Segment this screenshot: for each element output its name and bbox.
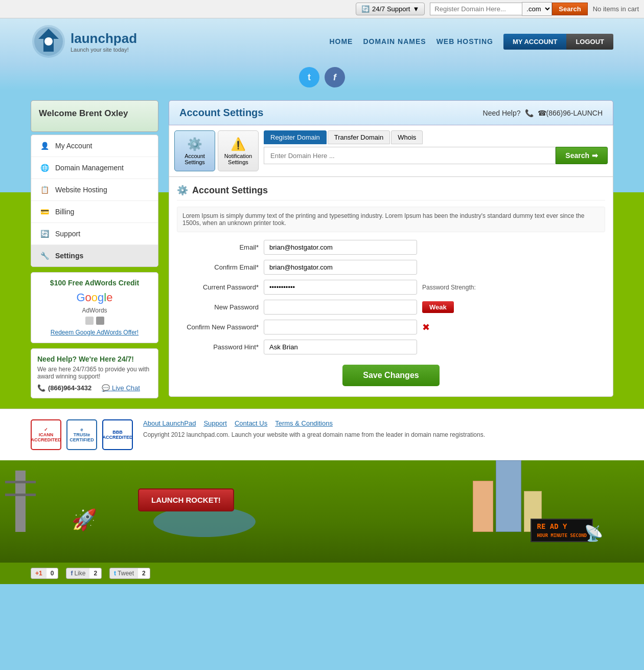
scoreboard: RE AD Y HOUR MINUTE SECOND (531, 519, 593, 542)
rocket-icon: 🚀 (72, 508, 97, 532)
truste-badge: e TRUSteCERTIFIED (66, 419, 97, 450)
like-label: Like (74, 570, 85, 577)
sidebar-item-myaccount[interactable]: 👤 My Account (31, 135, 158, 157)
about-link[interactable]: About LaunchPad (143, 419, 196, 427)
google-plus-count: 0 (47, 568, 58, 578)
tabs-and-search: ⚙️ AccountSettings ⚠️ NotificationSettin… (169, 125, 613, 177)
facebook-icon: f (71, 570, 73, 577)
welcome-heading: Welcome Brent Oxley (39, 108, 150, 119)
scoreboard-text: RE AD Y (537, 522, 567, 530)
social-footer: +1 0 f Like 2 t Tweet 2 (0, 563, 644, 584)
tab-account-settings[interactable]: ⚙️ AccountSettings (174, 130, 215, 171)
domain-tabs: Register Domain Transfer Domain Whois (264, 130, 608, 144)
my-account-button[interactable]: MY ACCOUNT (503, 34, 566, 50)
logo-icon (31, 24, 66, 59)
logout-button[interactable]: LOGOUT (566, 34, 613, 50)
new-password-input[interactable] (264, 300, 417, 315)
sidebar-item-label: Website Hosting (55, 186, 107, 194)
twitter-icon[interactable]: t (299, 67, 319, 87)
sidebar-item-label: My Account (55, 142, 92, 150)
adwords-title: $100 Free AdWords Credit (37, 279, 152, 287)
domain-tab-register[interactable]: Register Domain (264, 130, 327, 144)
domain-search-row: Search ➡ (264, 147, 608, 164)
toggle-off (85, 317, 94, 325)
adwords-subtext: AdWords (37, 307, 152, 314)
support-link[interactable]: Support (203, 419, 227, 427)
help-desc: We are here 24/7/365 to provide you with… (37, 366, 152, 380)
launch-rocket-button[interactable]: LAUNCH ROCKET! (138, 488, 234, 511)
hosting-icon: 📋 (39, 184, 50, 195)
tweet-label: t Tweet (110, 568, 138, 578)
settings-card: ⚙️ Account Settings Lorem Ipsum is simpl… (169, 177, 613, 397)
logo-text-area: launchpad Launch your site today! (71, 31, 137, 53)
tab-notification-settings[interactable]: ⚠️ NotificationSettings (218, 130, 259, 171)
domain-register-input[interactable] (430, 3, 522, 15)
domain-search-button[interactable]: Search ➡ (556, 147, 608, 164)
settings-gear-icon: ⚙️ (177, 185, 188, 196)
svg-point-3 (44, 37, 53, 46)
email-input[interactable] (264, 240, 417, 255)
lorem-text: Lorem Ipsum is simply dummy text of the … (177, 207, 605, 232)
adwords-link[interactable]: Redeem Google AdWords Offer! (51, 329, 139, 336)
tld-select[interactable]: .com .net .org (522, 2, 552, 16)
main-content: Welcome Brent Oxley 👤 My Account 🌐 Domai… (0, 90, 644, 409)
confirm-new-password-row: Confirm New Password* ✖ (177, 320, 605, 334)
save-changes-button[interactable]: Save Changes (342, 365, 439, 386)
bbb-badge: BBBACCREDITED (102, 419, 133, 450)
nav-domains[interactable]: DOMAIN NAMES (363, 37, 426, 46)
nav-home[interactable]: HOME (329, 37, 353, 46)
email-row: Email* (177, 240, 605, 255)
sidebar-item-support[interactable]: 🔄 Support (31, 223, 158, 245)
icann-icon: ✓ (44, 427, 48, 432)
account-settings-title: Account Settings (179, 107, 263, 119)
strength-badge: Weak (422, 301, 454, 313)
domain-tabs-area: Register Domain Transfer Domain Whois Se… (264, 130, 608, 164)
sidebar-item-domains[interactable]: 🌐 Domain Management (31, 157, 158, 179)
domains-icon: 🌐 (39, 162, 50, 173)
help-title: Need Help? We're Here 24/7! (37, 355, 152, 363)
phone-icon: 📞 (525, 109, 534, 117)
sidebar-item-billing[interactable]: 💳 Billing (31, 201, 158, 223)
current-password-row: Current Password* Password Strength: (177, 280, 605, 295)
sidebar: Welcome Brent Oxley 👤 My Account 🌐 Domai… (31, 100, 158, 398)
tweet-count: 2 (138, 568, 150, 578)
live-chat-link[interactable]: 💬 Live Chat (102, 384, 140, 392)
right-panel: Account Settings Need Help? 📞 ☎(866)96-L… (169, 100, 613, 398)
tower-left (15, 471, 26, 532)
domain-tab-whois[interactable]: Whois (391, 130, 423, 144)
password-hint-input[interactable] (264, 340, 417, 354)
support-button[interactable]: 🔄 24/7 Support ▼ (356, 3, 425, 15)
confirm-email-input[interactable] (264, 260, 417, 275)
terms-link[interactable]: Terms & Conditions (275, 419, 333, 427)
nav-hosting[interactable]: WEB HOSTING (436, 37, 493, 46)
sidebar-item-settings[interactable]: 🔧 Settings (31, 245, 158, 266)
sidebar-nav: 👤 My Account 🌐 Domain Management 📋 Websi… (31, 135, 158, 267)
current-password-input[interactable] (264, 280, 417, 295)
help-contacts: 📞 (866)964-3432 💬 Live Chat (37, 384, 152, 392)
top-search-button[interactable]: Search (552, 3, 587, 15)
copyright: Copyright 2012 launchpad.com. Launch you… (143, 431, 613, 438)
chat-icon: 💬 (102, 384, 110, 392)
sidebar-item-label: Billing (55, 208, 74, 216)
help-contact: Need Help? 📞 ☎(866)96-LAUNCH (483, 109, 603, 117)
account-header: Account Settings Need Help? 📞 ☎(866)96-L… (169, 100, 613, 125)
confirm-new-password-input[interactable] (264, 320, 417, 334)
account-logout-group: MY ACCOUNTLOGOUT (503, 34, 613, 50)
sidebar-item-label: Domain Management (55, 164, 124, 172)
domain-search-input[interactable] (264, 147, 556, 164)
sidebar-item-hosting[interactable]: 📋 Website Hosting (31, 179, 158, 201)
e-icon: e (80, 427, 83, 432)
arrow-icon: ➡ (592, 151, 598, 160)
myaccount-icon: 👤 (39, 140, 50, 151)
settings-icon: 🔧 (39, 250, 50, 261)
domain-tab-transfer[interactable]: Transfer Domain (328, 130, 390, 144)
password-hint-row: Password Hint* (177, 340, 605, 354)
help-phone: ☎(866)96-LAUNCH (538, 109, 603, 117)
sidebar-item-label: Support (55, 230, 80, 238)
facebook-icon[interactable]: f (323, 65, 347, 89)
facebook-like-label: f Like (66, 568, 89, 578)
footer-links-row: About LaunchPad Support Contact Us Terms… (143, 419, 613, 427)
new-password-row: New Password Weak (177, 300, 605, 315)
satellite-dish-icon: 📡 (584, 524, 603, 542)
contact-link[interactable]: Contact Us (235, 419, 267, 427)
